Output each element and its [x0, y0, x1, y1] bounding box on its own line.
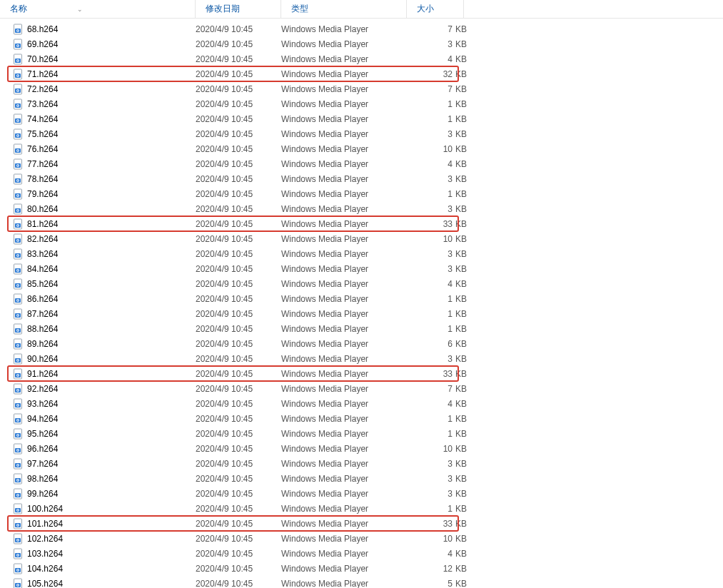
file-name: 72.h264: [27, 84, 196, 94]
file-row[interactable]: 84.h2642020/4/9 10:45Windows Media Playe…: [0, 261, 723, 276]
file-row[interactable]: 96.h2642020/4/9 10:45Windows Media Playe…: [0, 441, 723, 456]
file-row[interactable]: 69.h2642020/4/9 10:45Windows Media Playe…: [0, 36, 723, 51]
media-file-icon: [13, 503, 24, 514]
file-row[interactable]: 105.h2642020/4/9 10:45Windows Media Play…: [0, 576, 723, 588]
file-date: 2020/4/9 10:45: [196, 54, 281, 64]
file-date: 2020/4/9 10:45: [196, 159, 281, 169]
media-file-icon: [13, 293, 24, 305]
media-file-icon: [13, 54, 24, 65]
column-label: 修改日期: [206, 3, 240, 15]
file-name: 99.h264: [27, 489, 196, 499]
file-size: 4: [407, 549, 454, 559]
file-date: 2020/4/9 10:45: [196, 549, 281, 559]
file-row[interactable]: 68.h2642020/4/9 10:45Windows Media Playe…: [0, 21, 723, 36]
file-row[interactable]: 91.h2642020/4/9 10:45Windows Media Playe…: [0, 366, 723, 381]
file-type: Windows Media Player: [281, 384, 407, 394]
file-name: 86.h264: [27, 294, 196, 304]
file-row[interactable]: 70.h2642020/4/9 10:45Windows Media Playe…: [0, 51, 723, 66]
file-row[interactable]: 95.h2642020/4/9 10:45Windows Media Playe…: [0, 426, 723, 441]
media-file-icon: [13, 69, 24, 80]
file-row[interactable]: 86.h2642020/4/9 10:45Windows Media Playe…: [0, 291, 723, 306]
file-row[interactable]: 99.h2642020/4/9 10:45Windows Media Playe…: [0, 486, 723, 501]
file-type: Windows Media Player: [281, 534, 407, 544]
file-row[interactable]: 93.h2642020/4/9 10:45Windows Media Playe…: [0, 396, 723, 411]
media-file-icon: [13, 39, 24, 50]
file-size: 32: [407, 69, 454, 79]
file-row[interactable]: 85.h2642020/4/9 10:45Windows Media Playe…: [0, 276, 723, 291]
file-row[interactable]: 104.h2642020/4/9 10:45Windows Media Play…: [0, 561, 723, 576]
file-size-unit: KB: [454, 474, 471, 484]
file-type: Windows Media Player: [281, 579, 407, 589]
file-row[interactable]: 78.h2642020/4/9 10:45Windows Media Playe…: [0, 171, 723, 186]
file-date: 2020/4/9 10:45: [196, 429, 281, 439]
file-row[interactable]: 94.h2642020/4/9 10:45Windows Media Playe…: [0, 411, 723, 426]
file-size: 3: [407, 264, 454, 274]
file-size: 33: [407, 219, 454, 229]
file-name: 85.h264: [27, 279, 196, 289]
file-row[interactable]: 98.h2642020/4/9 10:45Windows Media Playe…: [0, 471, 723, 486]
file-name: 89.h264: [27, 339, 196, 349]
file-size-unit: KB: [454, 234, 471, 244]
file-row[interactable]: 97.h2642020/4/9 10:45Windows Media Playe…: [0, 456, 723, 471]
file-row[interactable]: 83.h2642020/4/9 10:45Windows Media Playe…: [0, 246, 723, 261]
file-size-unit: KB: [454, 519, 471, 529]
media-file-icon: [13, 353, 24, 365]
file-date: 2020/4/9 10:45: [196, 144, 281, 154]
file-date: 2020/4/9 10:45: [196, 39, 281, 49]
file-row[interactable]: 79.h2642020/4/9 10:45Windows Media Playe…: [0, 186, 723, 201]
file-row[interactable]: 76.h2642020/4/9 10:45Windows Media Playe…: [0, 141, 723, 156]
file-date: 2020/4/9 10:45: [196, 534, 281, 544]
file-size-unit: KB: [454, 174, 471, 184]
file-name: 102.h264: [27, 534, 196, 544]
file-row[interactable]: 87.h2642020/4/9 10:45Windows Media Playe…: [0, 306, 723, 321]
file-row[interactable]: 74.h2642020/4/9 10:45Windows Media Playe…: [0, 111, 723, 126]
media-file-icon: [13, 398, 24, 410]
file-name: 83.h264: [27, 249, 196, 259]
file-size: 12: [407, 564, 454, 574]
file-size-unit: KB: [454, 84, 471, 94]
file-size: 1: [407, 324, 454, 334]
file-date: 2020/4/9 10:45: [196, 564, 281, 574]
column-label: 名称: [10, 3, 27, 15]
file-date: 2020/4/9 10:45: [196, 69, 281, 79]
column-header-size[interactable]: 大小: [407, 0, 464, 18]
column-header: 名称 ⌄ 修改日期 类型 大小: [0, 0, 723, 19]
file-row[interactable]: 100.h2642020/4/9 10:45Windows Media Play…: [0, 501, 723, 516]
media-file-icon: [13, 443, 24, 455]
file-size-unit: KB: [454, 429, 471, 439]
file-size-unit: KB: [454, 549, 471, 559]
column-label: 大小: [417, 3, 434, 15]
file-row[interactable]: 89.h2642020/4/9 10:45Windows Media Playe…: [0, 336, 723, 351]
file-type: Windows Media Player: [281, 489, 407, 499]
file-row[interactable]: 101.h2642020/4/9 10:45Windows Media Play…: [0, 516, 723, 531]
column-header-date[interactable]: 修改日期: [196, 0, 281, 18]
file-row[interactable]: 77.h2642020/4/9 10:45Windows Media Playe…: [0, 156, 723, 171]
media-file-icon: [13, 383, 24, 395]
file-size: 7: [407, 384, 454, 394]
file-row[interactable]: 80.h2642020/4/9 10:45Windows Media Playe…: [0, 201, 723, 216]
file-name: 97.h264: [27, 459, 196, 469]
file-date: 2020/4/9 10:45: [196, 189, 281, 199]
column-header-name[interactable]: 名称 ⌄: [0, 0, 196, 18]
file-size: 7: [407, 24, 454, 34]
file-size: 3: [407, 474, 454, 484]
file-row[interactable]: 75.h2642020/4/9 10:45Windows Media Playe…: [0, 126, 723, 141]
file-row[interactable]: 103.h2642020/4/9 10:45Windows Media Play…: [0, 546, 723, 561]
file-row[interactable]: 90.h2642020/4/9 10:45Windows Media Playe…: [0, 351, 723, 366]
media-file-icon: [13, 323, 24, 335]
media-file-icon: [13, 473, 24, 485]
file-list: 68.h2642020/4/9 10:45Windows Media Playe…: [0, 19, 723, 588]
file-name: 101.h264: [27, 519, 196, 529]
file-row[interactable]: 102.h2642020/4/9 10:45Windows Media Play…: [0, 531, 723, 546]
media-file-icon: [13, 278, 24, 290]
file-row[interactable]: 71.h2642020/4/9 10:45Windows Media Playe…: [0, 66, 723, 81]
file-row[interactable]: 82.h2642020/4/9 10:45Windows Media Playe…: [0, 231, 723, 246]
file-row[interactable]: 81.h2642020/4/9 10:45Windows Media Playe…: [0, 216, 723, 231]
file-type: Windows Media Player: [281, 399, 407, 409]
file-row[interactable]: 73.h2642020/4/9 10:45Windows Media Playe…: [0, 96, 723, 111]
file-row[interactable]: 72.h2642020/4/9 10:45Windows Media Playe…: [0, 81, 723, 96]
file-row[interactable]: 88.h2642020/4/9 10:45Windows Media Playe…: [0, 321, 723, 336]
file-row[interactable]: 92.h2642020/4/9 10:45Windows Media Playe…: [0, 381, 723, 396]
file-size-unit: KB: [454, 444, 471, 454]
column-header-type[interactable]: 类型: [281, 0, 407, 18]
